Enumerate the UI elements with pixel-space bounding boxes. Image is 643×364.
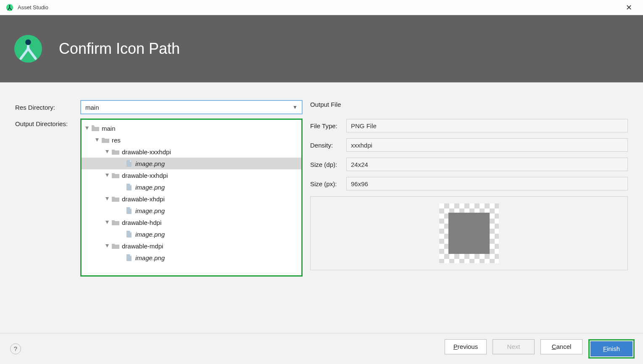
folder-icon [112, 195, 119, 202]
preview-image [439, 203, 499, 263]
tree-node-drawable-xxhdpi[interactable]: drawable-xxhdpi [82, 169, 301, 181]
tree-node-label: drawable-xhdpi [122, 195, 165, 203]
file-icon [125, 184, 133, 190]
dialog-footer: ? Previous Next Cancel Finish [0, 333, 643, 364]
output-directories-label: Output Directories: [15, 119, 80, 127]
tree-node-image-xxxhdpi[interactable]: image.png [82, 158, 301, 169]
finish-button-highlight: Finish [588, 339, 635, 359]
svg-point-1 [9, 5, 11, 6]
tree-node-label: main [102, 125, 116, 132]
cancel-button-rest: ancel [556, 343, 571, 350]
left-column: Res Directory: main ▼ Output Directories… [15, 100, 303, 281]
folder-icon [112, 148, 119, 155]
res-directory-label: Res Directory: [15, 104, 80, 111]
file-icon [125, 160, 133, 167]
dropdown-caret-icon: ▼ [293, 104, 298, 110]
tree-node-drawable-hdpi[interactable]: drawable-hdpi [82, 216, 301, 228]
folder-icon [112, 243, 119, 249]
tree-expand-icon[interactable] [84, 125, 90, 131]
file-icon [125, 231, 133, 237]
res-directory-value: main [85, 104, 99, 111]
tree-node-label: image.png [135, 184, 165, 191]
tree-node-label: res [112, 137, 121, 144]
android-studio-logo-icon [13, 34, 43, 63]
tree-node-image-hdpi[interactable]: image.png [82, 228, 301, 240]
tree-expand-icon[interactable] [94, 137, 100, 143]
finish-button-rest: inish [607, 345, 620, 352]
size-px-label: Size (px): [310, 180, 346, 187]
tree-expand-icon[interactable] [104, 219, 110, 225]
output-directories-tree[interactable]: main res drawable-xxxhdpi image.png [80, 119, 303, 277]
tree-node-label: drawable-mdpi [122, 243, 163, 250]
res-directory-select[interactable]: main ▼ [80, 100, 303, 114]
previous-button[interactable]: Previous [445, 339, 487, 354]
file-type-label: File Type: [310, 122, 346, 129]
title-bar: Asset Studio ✕ [0, 0, 643, 15]
tree-node-res[interactable]: res [82, 134, 301, 146]
help-button[interactable]: ? [10, 343, 21, 354]
svg-rect-4 [27, 40, 29, 43]
folder-icon [112, 219, 119, 226]
cancel-button[interactable]: Cancel [540, 339, 582, 354]
right-column: Output File File Type: PNG File Density:… [310, 100, 628, 281]
file-type-value: PNG File [346, 119, 628, 132]
svg-point-5 [26, 47, 30, 50]
android-studio-icon [6, 4, 13, 11]
tree-expand-icon[interactable] [104, 196, 110, 202]
tree-node-label: image.png [135, 231, 165, 238]
density-label: Density: [310, 142, 346, 149]
file-icon [125, 254, 133, 261]
tree-node-drawable-mdpi[interactable]: drawable-mdpi [82, 240, 301, 252]
size-px-value: 96x96 [346, 177, 628, 190]
tree-node-drawable-xhdpi[interactable]: drawable-xhdpi [82, 193, 301, 205]
tree-node-main[interactable]: main [82, 122, 301, 134]
tree-node-image-xxhdpi[interactable]: image.png [82, 181, 301, 193]
next-button: Next [493, 339, 535, 354]
tree-node-label: drawable-xxxhdpi [122, 148, 171, 156]
tree-expand-icon[interactable] [104, 243, 110, 249]
file-icon [125, 207, 133, 214]
tree-node-label: image.png [135, 207, 165, 214]
close-button[interactable]: ✕ [620, 3, 637, 12]
tree-node-image-xhdpi[interactable]: image.png [82, 205, 301, 216]
density-value: xxxhdpi [346, 138, 628, 152]
window-title: Asset Studio [18, 4, 48, 11]
dialog-body: Res Directory: main ▼ Output Directories… [0, 82, 643, 281]
size-dp-label: Size (dp): [310, 161, 346, 168]
size-dp-value: 24x24 [346, 158, 628, 171]
tree-node-label: image.png [135, 160, 165, 167]
previous-button-rest: revious [458, 343, 478, 350]
dialog-title: Confirm Icon Path [59, 40, 180, 58]
folder-icon [112, 172, 119, 179]
tree-node-image-mdpi[interactable]: image.png [82, 252, 301, 264]
dialog-header: Confirm Icon Path [0, 15, 643, 82]
tree-node-label: drawable-hdpi [122, 219, 161, 226]
tree-expand-icon[interactable] [104, 149, 110, 155]
tree-node-drawable-xxxhdpi[interactable]: drawable-xxxhdpi [82, 146, 301, 158]
folder-icon [92, 125, 99, 132]
tree-node-label: drawable-xxhdpi [122, 172, 168, 179]
preview-bitmap [448, 213, 490, 254]
finish-button[interactable]: Finish [590, 341, 632, 356]
output-file-heading: Output File [310, 101, 628, 108]
tree-expand-icon[interactable] [104, 172, 110, 178]
folder-icon [102, 137, 109, 143]
tree-node-label: image.png [135, 254, 165, 261]
preview-panel [310, 196, 628, 270]
